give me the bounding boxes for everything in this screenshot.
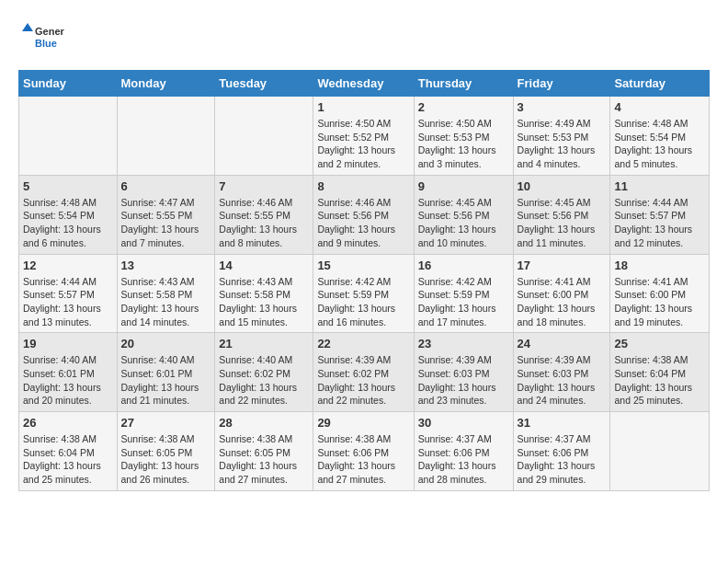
day-info: Sunrise: 4:37 AMSunset: 6:06 PMDaylight:… [418,432,509,487]
calendar-day-29: 29Sunrise: 4:38 AMSunset: 6:06 PMDayligh… [313,412,414,491]
day-number: 9 [418,179,509,193]
calendar-day-2: 2Sunrise: 4:50 AMSunset: 5:53 PMDaylight… [414,97,513,176]
day-number: 4 [614,100,705,114]
calendar-day-18: 18Sunrise: 4:41 AMSunset: 6:00 PMDayligh… [610,254,710,333]
calendar-day-16: 16Sunrise: 4:42 AMSunset: 5:59 PMDayligh… [414,254,513,333]
weekday-header-monday: Monday [117,71,215,97]
calendar-day-24: 24Sunrise: 4:39 AMSunset: 6:03 PMDayligh… [513,333,610,412]
day-info: Sunrise: 4:37 AMSunset: 6:06 PMDaylight:… [518,432,607,487]
day-number: 23 [418,337,509,350]
day-info: Sunrise: 4:39 AMSunset: 6:03 PMDaylight:… [418,353,509,408]
day-info: Sunrise: 4:38 AMSunset: 6:04 PMDaylight:… [614,353,705,408]
day-info: Sunrise: 4:39 AMSunset: 6:03 PMDaylight:… [518,353,607,408]
calendar-day-8: 8Sunrise: 4:46 AMSunset: 5:56 PMDaylight… [313,175,414,254]
day-info: Sunrise: 4:46 AMSunset: 5:55 PMDaylight:… [219,196,309,250]
calendar-empty-cell [215,97,313,176]
day-info: Sunrise: 4:42 AMSunset: 5:59 PMDaylight:… [418,275,509,329]
day-number: 10 [518,179,607,193]
calendar-day-26: 26Sunrise: 4:38 AMSunset: 6:04 PMDayligh… [19,412,118,491]
day-info: Sunrise: 4:50 AMSunset: 5:52 PMDaylight:… [317,117,409,171]
weekday-header-tuesday: Tuesday [215,71,313,97]
day-number: 26 [23,416,113,430]
day-number: 22 [317,337,409,350]
day-info: Sunrise: 4:41 AMSunset: 6:00 PMDaylight:… [614,275,705,329]
day-number: 30 [418,416,509,430]
day-info: Sunrise: 4:40 AMSunset: 6:02 PMDaylight:… [219,353,309,408]
day-info: Sunrise: 4:42 AMSunset: 5:59 PMDaylight:… [317,275,409,329]
weekday-header-wednesday: Wednesday [313,71,414,97]
calendar-week-row: 12Sunrise: 4:44 AMSunset: 5:57 PMDayligh… [19,254,710,333]
day-number: 21 [219,337,309,350]
day-info: Sunrise: 4:38 AMSunset: 6:05 PMDaylight:… [219,432,309,487]
calendar-day-5: 5Sunrise: 4:48 AMSunset: 5:54 PMDaylight… [19,175,118,254]
day-number: 2 [418,100,509,114]
calendar-day-14: 14Sunrise: 4:43 AMSunset: 5:58 PMDayligh… [215,254,313,333]
calendar-day-17: 17Sunrise: 4:41 AMSunset: 6:00 PMDayligh… [513,254,610,333]
day-number: 6 [121,179,211,193]
calendar-day-9: 9Sunrise: 4:45 AMSunset: 5:56 PMDaylight… [414,175,513,254]
page-header: General Blue [18,18,710,55]
day-info: Sunrise: 4:41 AMSunset: 6:00 PMDaylight:… [518,275,607,329]
day-number: 27 [121,416,211,430]
day-info: Sunrise: 4:40 AMSunset: 6:01 PMDaylight:… [23,353,113,408]
calendar-day-4: 4Sunrise: 4:48 AMSunset: 5:54 PMDaylight… [610,97,710,176]
day-info: Sunrise: 4:38 AMSunset: 6:06 PMDaylight:… [317,432,409,487]
calendar-week-row: 19Sunrise: 4:40 AMSunset: 6:01 PMDayligh… [19,333,710,412]
weekday-header-sunday: Sunday [19,71,118,97]
day-number: 24 [518,337,607,350]
calendar-day-12: 12Sunrise: 4:44 AMSunset: 5:57 PMDayligh… [19,254,118,333]
calendar-day-19: 19Sunrise: 4:40 AMSunset: 6:01 PMDayligh… [19,333,118,412]
svg-marker-2 [22,23,33,31]
day-info: Sunrise: 4:40 AMSunset: 6:01 PMDaylight:… [121,353,211,408]
calendar-empty-cell [117,97,215,176]
day-number: 13 [121,259,211,272]
calendar-day-11: 11Sunrise: 4:44 AMSunset: 5:57 PMDayligh… [610,175,710,254]
day-number: 18 [614,259,705,272]
calendar-day-25: 25Sunrise: 4:38 AMSunset: 6:04 PMDayligh… [610,333,710,412]
weekday-header-friday: Friday [513,71,610,97]
calendar-day-13: 13Sunrise: 4:43 AMSunset: 5:58 PMDayligh… [117,254,215,333]
day-number: 25 [614,337,705,350]
day-info: Sunrise: 4:43 AMSunset: 5:58 PMDaylight:… [121,275,211,329]
calendar-week-row: 1Sunrise: 4:50 AMSunset: 5:52 PMDaylight… [19,97,710,176]
day-info: Sunrise: 4:45 AMSunset: 5:56 PMDaylight:… [518,196,607,250]
day-info: Sunrise: 4:48 AMSunset: 5:54 PMDaylight:… [614,117,705,171]
calendar-day-7: 7Sunrise: 4:46 AMSunset: 5:55 PMDaylight… [215,175,313,254]
day-number: 15 [317,259,409,272]
logo-svg: General Blue [18,18,64,55]
day-number: 20 [121,337,211,350]
day-number: 16 [418,259,509,272]
weekday-header-thursday: Thursday [414,71,513,97]
calendar-day-23: 23Sunrise: 4:39 AMSunset: 6:03 PMDayligh… [414,333,513,412]
day-info: Sunrise: 4:44 AMSunset: 5:57 PMDaylight:… [614,196,705,250]
day-number: 28 [219,416,309,430]
calendar-week-row: 26Sunrise: 4:38 AMSunset: 6:04 PMDayligh… [19,412,710,491]
calendar-day-27: 27Sunrise: 4:38 AMSunset: 6:05 PMDayligh… [117,412,215,491]
day-number: 31 [518,416,607,430]
day-number: 5 [23,179,113,193]
calendar-day-30: 30Sunrise: 4:37 AMSunset: 6:06 PMDayligh… [414,412,513,491]
day-number: 12 [23,259,113,272]
day-number: 3 [518,100,607,114]
day-info: Sunrise: 4:44 AMSunset: 5:57 PMDaylight:… [23,275,113,329]
calendar-empty-cell [610,412,710,491]
calendar-day-31: 31Sunrise: 4:37 AMSunset: 6:06 PMDayligh… [513,412,610,491]
weekday-header-saturday: Saturday [610,71,710,97]
svg-text:General: General [35,26,64,37]
calendar-day-10: 10Sunrise: 4:45 AMSunset: 5:56 PMDayligh… [513,175,610,254]
day-number: 7 [219,179,309,193]
day-info: Sunrise: 4:43 AMSunset: 5:58 PMDaylight:… [219,275,309,329]
day-info: Sunrise: 4:48 AMSunset: 5:54 PMDaylight:… [23,196,113,250]
day-info: Sunrise: 4:38 AMSunset: 6:05 PMDaylight:… [121,432,211,487]
logo: General Blue [18,18,64,55]
day-info: Sunrise: 4:39 AMSunset: 6:02 PMDaylight:… [317,353,409,408]
day-number: 11 [614,179,705,193]
day-number: 14 [219,259,309,272]
calendar-day-21: 21Sunrise: 4:40 AMSunset: 6:02 PMDayligh… [215,333,313,412]
day-number: 1 [317,100,409,114]
calendar-empty-cell [19,97,118,176]
weekday-header-row: SundayMondayTuesdayWednesdayThursdayFrid… [19,71,710,97]
calendar-day-1: 1Sunrise: 4:50 AMSunset: 5:52 PMDaylight… [313,97,414,176]
calendar-day-15: 15Sunrise: 4:42 AMSunset: 5:59 PMDayligh… [313,254,414,333]
day-info: Sunrise: 4:49 AMSunset: 5:53 PMDaylight:… [518,117,607,171]
